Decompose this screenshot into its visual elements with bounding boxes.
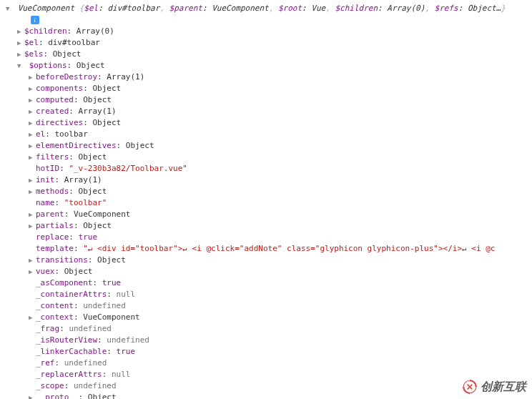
chevron-right-icon[interactable]: ▶ bbox=[29, 266, 36, 277]
property-key: template bbox=[36, 244, 74, 253]
property-value: Object bbox=[92, 84, 121, 93]
property-value: Object bbox=[83, 95, 112, 104]
chevron-right-icon[interactable]: ▶ bbox=[29, 209, 36, 220]
property-row[interactable]: ▶_content: undefined bbox=[6, 300, 526, 312]
property-value: null bbox=[117, 290, 136, 299]
chevron-right-icon: ▶ bbox=[29, 358, 36, 369]
property-row[interactable]: ▶directives: Object bbox=[6, 117, 526, 129]
property-value: undefined bbox=[64, 358, 107, 368]
chevron-right-icon[interactable]: ▶ bbox=[29, 220, 36, 232]
property-key: elementDirectives bbox=[36, 141, 117, 150]
property-value: Object bbox=[126, 141, 154, 150]
chevron-right-icon[interactable]: ▶ bbox=[17, 37, 24, 49]
property-key: el bbox=[36, 129, 45, 139]
property-key: _content bbox=[36, 301, 74, 310]
property-value: Object bbox=[79, 152, 107, 162]
chevron-right-icon: ▶ bbox=[29, 277, 36, 289]
property-row[interactable]: ▶_context: VueComponent bbox=[6, 312, 526, 323]
property-row[interactable]: ▶components: Object bbox=[6, 83, 526, 94]
property-key: _isRouterView bbox=[36, 335, 97, 345]
chevron-right-icon[interactable]: ▶ bbox=[29, 94, 36, 106]
property-value: Object bbox=[79, 187, 107, 196]
chevron-right-icon[interactable]: ▶ bbox=[17, 26, 24, 37]
property-row[interactable]: ▶methods: Object bbox=[6, 186, 526, 197]
property-row[interactable]: ▶computed: Object bbox=[6, 94, 526, 106]
chevron-right-icon: ▶ bbox=[29, 323, 36, 335]
property-row[interactable]: ▶el: toolbar bbox=[6, 129, 526, 140]
property-row[interactable]: ▶replace: true bbox=[6, 232, 526, 243]
chevron-right-icon[interactable]: ▶ bbox=[29, 392, 36, 399]
chevron-right-icon: ▶ bbox=[29, 335, 36, 346]
chevron-right-icon[interactable]: ▶ bbox=[29, 140, 36, 152]
chevron-right-icon[interactable]: ▶ bbox=[29, 255, 36, 266]
chevron-right-icon[interactable]: ▶ bbox=[17, 49, 24, 60]
property-row[interactable]: ▶_containerAttrs: null bbox=[6, 289, 526, 300]
chevron-right-icon[interactable]: ▶ bbox=[29, 129, 36, 140]
chevron-right-icon[interactable]: ▶ bbox=[29, 72, 36, 83]
property-row[interactable]: ▶$els: Object bbox=[6, 49, 526, 60]
object-header[interactable]: ▼ VueComponent {$el: div#toolbar, $paren… bbox=[6, 3, 526, 14]
property-row[interactable]: ▶_frag: undefined bbox=[6, 323, 526, 335]
property-value: true bbox=[117, 347, 136, 356]
property-row[interactable]: ▶_ref: undefined bbox=[6, 358, 526, 369]
chevron-right-icon: ▶ bbox=[29, 243, 36, 255]
property-value: undefined bbox=[69, 324, 112, 333]
chevron-right-icon[interactable]: ▶ bbox=[29, 186, 36, 197]
property-row[interactable]: ▶hotID: "_v-230b3a82/Toolbar.vue" bbox=[6, 163, 526, 174]
property-row[interactable]: ▶init: Array(1) bbox=[6, 174, 526, 186]
property-key: parent bbox=[36, 210, 64, 219]
property-row[interactable]: ▶elementDirectives: Object bbox=[6, 140, 526, 152]
property-key: $el bbox=[24, 38, 39, 47]
chevron-down-icon[interactable]: ▼ bbox=[6, 3, 13, 14]
property-row[interactable]: ▶_asComponent: true bbox=[6, 277, 526, 289]
property-row[interactable]: ▶$el: div#toolbar bbox=[6, 37, 526, 49]
property-row[interactable]: ▶_isRouterView: undefined bbox=[6, 335, 526, 346]
chevron-right-icon[interactable]: ▶ bbox=[29, 152, 36, 163]
chevron-right-icon: ▶ bbox=[29, 289, 36, 300]
property-row[interactable]: ▶parent: VueComponent bbox=[6, 209, 526, 220]
property-value: div#toolbar bbox=[48, 38, 100, 47]
property-row[interactable]: ▶vuex: Object bbox=[6, 266, 526, 277]
property-row[interactable]: ▶__proto__: Object bbox=[6, 392, 526, 399]
chevron-right-icon: ▶ bbox=[29, 300, 36, 312]
chevron-right-icon[interactable]: ▶ bbox=[29, 117, 36, 129]
options-row[interactable]: ▼ $options: Object bbox=[6, 60, 526, 72]
property-row[interactable]: ▶filters: Object bbox=[6, 152, 526, 163]
property-row[interactable]: ▶_replacerAttrs: null bbox=[6, 369, 526, 380]
chevron-right-icon: ▶ bbox=[29, 232, 36, 243]
property-row[interactable]: ▶beforeDestroy: Array(1) bbox=[6, 72, 526, 83]
brace-close: } bbox=[501, 4, 506, 13]
property-value: true bbox=[79, 232, 98, 242]
property-value: VueComponent bbox=[83, 312, 139, 322]
property-key: _containerAttrs bbox=[36, 290, 107, 299]
chevron-right-icon[interactable]: ▶ bbox=[29, 106, 36, 117]
property-value: Object bbox=[88, 393, 117, 399]
chevron-right-icon: ▶ bbox=[29, 346, 36, 358]
property-key: filters bbox=[36, 152, 69, 162]
property-row[interactable]: ▶_linkerCachable: true bbox=[6, 346, 526, 358]
property-row[interactable]: ▶partials: Object bbox=[6, 220, 526, 232]
property-key: beforeDestroy bbox=[36, 72, 97, 82]
property-row[interactable]: ▶name: "toolbar" bbox=[6, 197, 526, 209]
chevron-down-icon[interactable]: ▼ bbox=[17, 60, 24, 72]
property-row[interactable]: ▶_scope: undefined bbox=[6, 380, 526, 392]
info-icon[interactable]: i bbox=[31, 16, 39, 24]
watermark-logo: 创新互联 bbox=[462, 379, 526, 395]
property-key: init bbox=[36, 175, 55, 184]
chevron-right-icon[interactable]: ▶ bbox=[29, 312, 36, 323]
property-key: transitions bbox=[36, 255, 88, 265]
chevron-right-icon[interactable]: ▶ bbox=[29, 174, 36, 186]
property-value: Object bbox=[53, 49, 82, 59]
property-value: Array(1) bbox=[107, 72, 144, 82]
property-key: methods bbox=[36, 187, 69, 196]
watermark-text: 创新互联 bbox=[481, 381, 526, 393]
property-row[interactable]: ▶transitions: Object bbox=[6, 255, 526, 266]
property-value: true bbox=[102, 278, 122, 287]
ctor-name: VueComponent bbox=[18, 4, 74, 13]
property-value: null bbox=[112, 370, 131, 379]
property-value: "toolbar" bbox=[64, 198, 107, 207]
property-row[interactable]: ▶template: "↵ <div id="toolbar">↵ <i @cl… bbox=[6, 243, 526, 255]
property-row[interactable]: ▶$children: Array(0) bbox=[6, 26, 526, 37]
chevron-right-icon[interactable]: ▶ bbox=[29, 83, 36, 94]
property-row[interactable]: ▶created: Array(1) bbox=[6, 106, 526, 117]
